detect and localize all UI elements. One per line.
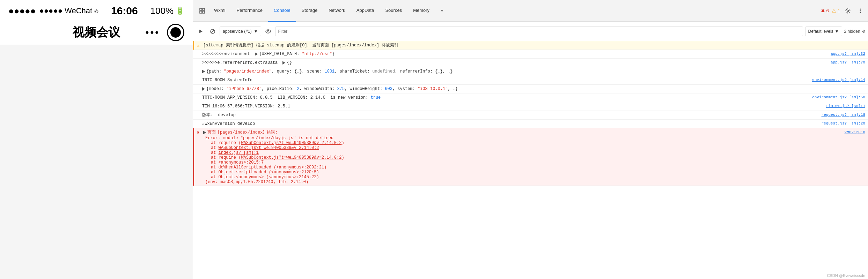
console-row-sitemap: ⚠ [sitemap 索引情况提示] 根据 sitemap 的规则[0], 当前… (193, 41, 868, 50)
warn-icon-sitemap: ⚠ (197, 42, 203, 48)
row-icon-model (196, 86, 202, 86)
wifi-icon: ⌾ (94, 7, 98, 15)
phone-simulator: ●●●●● ●●●●● WeChat ⌾ 16:06 100% 🔋 视频会议 •… (0, 0, 193, 279)
svg-rect-0 (200, 8, 202, 10)
tab-sources[interactable]: Sources (380, 0, 407, 22)
tab-storage[interactable]: Storage (296, 0, 323, 22)
context-selector[interactable]: appservice (#1) ▼ (220, 27, 261, 36)
context-label: appservice (#1) (223, 29, 252, 34)
banben-text: 版本: develop (202, 112, 819, 118)
context-dropdown-icon: ▼ (254, 29, 258, 34)
error-link-3[interactable]: index.js? [sm]:1 (219, 150, 259, 155)
svg-rect-2 (203, 8, 205, 10)
csdn-watermark: CSDN @Eveweiscsdn (827, 273, 865, 278)
level-selector[interactable]: Default levels ▼ (805, 27, 842, 36)
eye-icon[interactable] (263, 27, 273, 36)
row-icon-tim (196, 103, 202, 104)
warn-badge: ⚠ 1 (832, 8, 840, 14)
tab-memory[interactable]: Memory (407, 0, 435, 22)
console-row-appversion: TRTC-ROOM APP_VERSION: 8.0.5 LIB_VERSION… (193, 93, 868, 102)
console-row-sysinfo: TRTC-ROOM SystemInfo environment.js? [sm… (193, 76, 868, 85)
source-env14[interactable]: environment.js? [sm]:14 (812, 77, 865, 82)
phone-content-area (0, 45, 193, 279)
play-icon[interactable] (196, 27, 206, 36)
inspect-icon[interactable] (196, 5, 208, 17)
tab-more[interactable]: » (435, 0, 449, 22)
row-icon-path (196, 68, 202, 69)
source-app70[interactable]: app.js? [sm]:70 (831, 60, 865, 65)
source-timwx[interactable]: tim-wx.js? [sm]:1 (826, 103, 865, 108)
svg-marker-8 (199, 30, 203, 33)
console-output[interactable]: ⚠ [sitemap 索引情况提示] 根据 sitemap 的规则[0], 当前… (193, 41, 868, 279)
phone-more-dots[interactable]: ••• (146, 27, 160, 38)
hidden-count-badge: 2 hidden (844, 29, 860, 34)
wxenv-text: #wxEnvVersion develop (202, 121, 819, 127)
console-row-banben: 版本: develop request.js? [sm]:18 (193, 111, 868, 120)
source-vm82[interactable]: VM82:2018 (845, 129, 865, 134)
row-icon-env (196, 51, 202, 52)
error-icon-main: ✖ (197, 129, 203, 135)
svg-line-10 (211, 30, 214, 33)
tab-console[interactable]: Console (268, 0, 296, 22)
error-details: Error: module "pages/index/dayjs.js" is … (197, 136, 344, 184)
devtools-panel: Wxml Performance Console Storage Network… (193, 0, 868, 279)
console-row-error-main: ✖ 页面【pages/index/index】错误: VM82:2018 Err… (193, 128, 868, 186)
environment-text: >>>>>>>>environment {USER_DATA_PATH: "ht… (202, 51, 828, 57)
signal-dots: ●●●●● (8, 6, 36, 16)
source-env50[interactable]: environment.js? [sm]:50 (812, 95, 865, 99)
phone-record-inner (170, 27, 181, 38)
tab-network[interactable]: Network (323, 0, 351, 22)
ban-icon[interactable] (208, 27, 218, 36)
console-gear-icon[interactable]: ⚙ (862, 28, 865, 34)
error-link-1[interactable]: WASubContext.js?t=we…94005389&v=2.14.0:2 (241, 141, 341, 145)
error-count: 6 (826, 8, 829, 13)
error-line-1: Error: module "pages/index/dayjs.js" is … (205, 136, 344, 141)
error-line-6: at <anonymous>:2015:7 (205, 160, 344, 165)
error-badge: ✖ 6 (821, 8, 829, 14)
source-req20[interactable]: request.js? [sm]:20 (822, 121, 865, 126)
level-label: Default levels (808, 29, 833, 34)
console-toolbar: appservice (#1) ▼ Default levels ▼ 2 hid… (193, 22, 868, 41)
settings-icon[interactable] (843, 6, 853, 16)
svg-point-5 (860, 8, 861, 9)
phone-time: 16:06 (111, 5, 138, 17)
filter-input[interactable] (275, 27, 803, 36)
row-icon-sysinfo (196, 77, 202, 78)
phone-title: 视频会议 (73, 24, 120, 40)
source-req18[interactable]: request.js? [sm]:18 (822, 112, 865, 117)
error-line-5: at require (WASubContext.js?t=we…9400538… (205, 155, 344, 160)
error-link-4[interactable]: WASubContext.js?t=we…94005389&v=2.14.0:2 (241, 155, 341, 160)
error-main-text: 页面【pages/index/index】错误: (203, 129, 842, 136)
phone-title-bar: 视频会议 ••• (0, 20, 193, 45)
source-app32[interactable]: app.js? [sm]:32 (831, 51, 865, 56)
level-chevron-icon: ▼ (835, 29, 839, 34)
referrer-text: >>>>>>e.referrerInfo.extraData {} (202, 60, 828, 66)
warn-count: 1 (838, 8, 840, 13)
devtools-tabs-bar: Wxml Performance Console Storage Network… (193, 0, 868, 22)
tab-performance[interactable]: Performance (231, 0, 268, 22)
path-text: {path: "pages/index/index", query: {…}, … (202, 68, 865, 75)
error-line-7: at doWhenAllScriptLoaded (<anonymous>:20… (205, 165, 344, 170)
tab-appdata[interactable]: AppData (351, 0, 380, 22)
svg-point-6 (860, 10, 861, 11)
phone-status-bar: ●●●●● ●●●●● WeChat ⌾ 16:06 100% 🔋 (0, 0, 193, 20)
appversion-text: TRTC-ROOM APP_VERSION: 8.0.5 LIB_VERSION… (202, 95, 809, 101)
row-icon-banben (196, 112, 202, 113)
error-link-2[interactable]: WASubContext.js?t=we…94005389&v=2.14.0:2 (219, 145, 319, 150)
model-text: {model: "iPhone 6/7/8", pixelRatio: 2, w… (202, 86, 865, 92)
sysinfo-text: TRTC-ROOM SystemInfo (202, 77, 809, 83)
phone-record-button[interactable] (167, 24, 184, 41)
svg-point-4 (847, 10, 849, 12)
error-line-8: at Object.scriptLoaded (<anonymous>:2120… (205, 170, 344, 175)
console-row-path: {path: "pages/index/index", query: {…}, … (193, 67, 868, 76)
phone-battery: 100% 🔋 (150, 6, 185, 16)
hidden-count: 2 hidden (844, 29, 860, 34)
error-line-2: at require (WASubContext.js?t=we…9400538… (205, 141, 344, 145)
row-icon-referrer (196, 60, 202, 60)
svg-point-7 (860, 12, 861, 13)
more-options-icon[interactable] (855, 6, 865, 16)
tab-wxml[interactable]: Wxml (208, 0, 231, 22)
console-row-environment: >>>>>>>>environment {USER_DATA_PATH: "ht… (193, 50, 868, 59)
row-icon-wxenv (196, 121, 202, 121)
error-line-3: at WASubContext.js?t=we…94005389&v=2.14.… (205, 145, 344, 150)
